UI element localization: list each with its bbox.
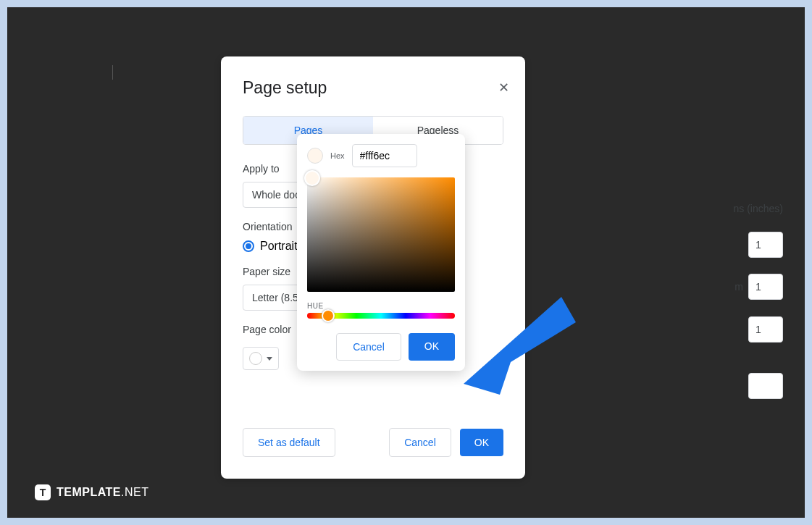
watermark-text: TEMPLATE.NET — [56, 486, 148, 499]
color-picker-header: Hex — [307, 144, 455, 167]
color-picker-ok-button[interactable]: OK — [409, 333, 455, 361]
dialog-title: Page setup — [243, 78, 503, 98]
watermark: T TEMPLATE.NET — [35, 484, 148, 500]
app-frame: Page setup ✕ Pages Pageless Apply to Who… — [7, 7, 805, 518]
hue-handle[interactable] — [322, 309, 335, 322]
margin-bottom-label-fragment: m — [734, 281, 743, 293]
page-color-button[interactable] — [243, 347, 279, 370]
dialog-cancel-button[interactable]: Cancel — [389, 428, 451, 457]
color-picker-popover: Hex HUE Cancel OK — [297, 134, 465, 371]
margin-bottom-input[interactable] — [748, 274, 783, 300]
close-icon[interactable]: ✕ — [498, 80, 509, 96]
margin-right-input-partial[interactable] — [748, 373, 783, 399]
margin-top-input[interactable] — [748, 232, 783, 258]
dialog-ok-button[interactable]: OK — [460, 429, 503, 456]
caret-down-icon — [267, 357, 272, 361]
document-cursor — [112, 65, 113, 80]
dialog-footer: Set as default Cancel OK — [243, 428, 503, 457]
radio-icon — [243, 240, 254, 252]
margin-left-input[interactable] — [748, 316, 783, 343]
saturation-value-area-wrap — [307, 177, 455, 292]
sv-handle[interactable] — [304, 170, 320, 186]
hex-input[interactable] — [352, 144, 417, 167]
set-as-default-button[interactable]: Set as default — [243, 428, 335, 457]
color-picker-footer: Cancel OK — [307, 333, 455, 361]
margins-label: ns (inches) — [734, 203, 783, 214]
watermark-logo-icon: T — [35, 484, 51, 500]
hex-label: Hex — [330, 151, 345, 160]
portrait-label: Portrait — [260, 240, 298, 253]
hue-slider[interactable] — [307, 313, 455, 319]
saturation-value-area[interactable] — [307, 177, 455, 292]
color-picker-cancel-button[interactable]: Cancel — [336, 333, 401, 361]
color-swatch-icon — [249, 352, 262, 365]
color-preview-swatch — [307, 148, 323, 164]
